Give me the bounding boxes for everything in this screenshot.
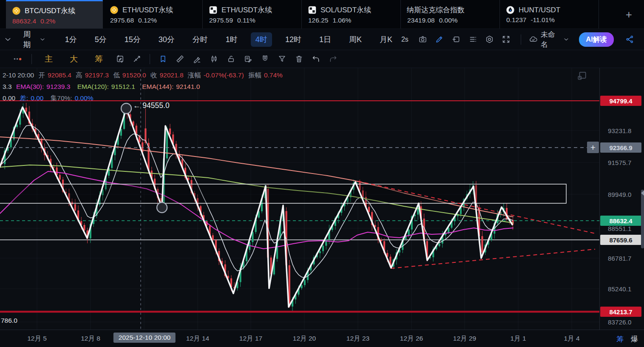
timeframe-buttons: 1分5分15分30分分时1时4时12时1日周K月K — [56, 32, 401, 47]
price-axis-label: 88551.1 — [600, 225, 644, 232]
time-axis[interactable]: 12月 512月 812月 1412月 1712月 2012月 2312月 26… — [0, 330, 644, 347]
symbol-name: BTC/USDT永续 — [25, 6, 75, 16]
unlock-drawings-icon[interactable] — [222, 53, 239, 65]
zigzag-anchor-marker[interactable] — [157, 202, 167, 213]
bookmark-tool-icon[interactable] — [154, 53, 171, 65]
price-chart: ← 94555.0786.0 — [0, 68, 599, 330]
crosshair-handle[interactable]: + — [587, 142, 599, 153]
time-axis-tick: 12月 17 — [239, 334, 262, 343]
delete-drawings-icon[interactable] — [290, 53, 307, 65]
left-edge-price-label: 786.0 — [1, 317, 17, 324]
drawing-toolbar: 主 大 筹 — [0, 50, 644, 68]
large-chart-tab[interactable]: 大 — [66, 53, 81, 65]
time-axis-tick: 12月 14 — [186, 334, 209, 343]
tab-btc-usdt-perp[interactable]: BTC/USDT永续88632.40.2% — [6, 0, 103, 28]
undo-icon[interactable] — [307, 53, 324, 65]
cloud-save-icon — [529, 33, 538, 46]
popout-window-icon[interactable] — [576, 70, 587, 81]
time-axis-tick: 1月 1 — [510, 334, 526, 343]
symbol-name: 纳斯达克综合指数 — [407, 5, 465, 15]
timeframe-1分[interactable]: 1分 — [60, 32, 82, 47]
price-value: 126.25 — [308, 17, 328, 24]
filter-funnel-icon[interactable] — [273, 53, 290, 65]
timeframe-月K[interactable]: 月K — [375, 32, 397, 47]
tab-hunt-usdt[interactable]: HUNT/USDT0.1237-11.01% — [500, 0, 599, 28]
magnet-tool-icon[interactable] — [256, 53, 273, 65]
tab-title: HUNT/USDT — [506, 6, 593, 14]
pane-dots-icon[interactable] — [8, 53, 27, 65]
timeframe-12时[interactable]: 12时 — [281, 32, 306, 47]
share-icon[interactable] — [623, 33, 636, 46]
timeframe-bar: 周期 1分5分15分30分分时1时4时12时1日周K月K 2s 未命名 AI解读 — [0, 29, 644, 50]
note-tool-icon[interactable] — [239, 53, 256, 65]
candlesticks — [1, 103, 514, 311]
tab-sol-usdt-perp[interactable]: SOL/USDT永续126.251.06% — [302, 0, 401, 28]
fullscreen-icon[interactable] — [499, 33, 513, 46]
time-axis-tick: 1月 4 — [564, 334, 579, 343]
symbol-tab-bar: BTC/USDT永续88632.40.2%ETH/USDT永续2975.680.… — [0, 0, 644, 29]
selected-bar-time-badge: 2025-12-10 20:00 — [113, 333, 176, 343]
measure-ruler-icon[interactable] — [171, 53, 188, 65]
zigzag-drawing[interactable] — [0, 107, 512, 307]
collapse-chevron-icon[interactable] — [1, 33, 14, 46]
resistance-box[interactable] — [0, 184, 566, 203]
settings-hexagon-icon[interactable] — [483, 33, 496, 46]
tab-eth-usdt-perp-binance[interactable]: ETH/USDT永续2975.680.12% — [104, 0, 203, 28]
draw-edit-icon[interactable] — [433, 33, 446, 46]
price-annotation[interactable]: ← 94555.0 — [133, 101, 170, 110]
timeframe-周K[interactable]: 周K — [344, 32, 366, 47]
price-value: 88632.4 — [12, 17, 36, 25]
ai-analysis-button[interactable]: AI解读 — [579, 32, 614, 47]
tab-eth-usdt-perp-okx[interactable]: ETH/USDT永续2975.590.11% — [203, 0, 302, 28]
ema144-line — [0, 137, 513, 217]
price-value: 2975.68 — [110, 17, 134, 24]
indicator-list-icon[interactable] — [466, 33, 479, 46]
price-change: 0.00% — [439, 17, 458, 24]
trend-line-tool-icon[interactable] — [128, 53, 145, 65]
timeframe-1日[interactable]: 1日 — [315, 32, 336, 47]
axis-scrollbar[interactable] — [641, 190, 644, 248]
chips-distribution-tab[interactable]: 筹 — [91, 53, 106, 65]
timeframe-分时[interactable]: 分时 — [188, 32, 213, 47]
divider — [521, 34, 521, 45]
time-axis-tick: 12月 8 — [81, 334, 100, 343]
period-dropdown[interactable]: 周期 — [23, 29, 45, 50]
price-change: 0.2% — [40, 17, 55, 25]
timeframe-1时[interactable]: 1时 — [221, 32, 242, 47]
price-axis[interactable]: 94799.493231.892366.991575.789949.088551… — [599, 68, 644, 330]
pen-tool-icon[interactable] — [188, 53, 205, 65]
wedge-lower-dashed-line[interactable] — [391, 249, 595, 268]
timeframe-30分[interactable]: 30分 — [154, 32, 179, 47]
symbol-price: 23419.080.00% — [407, 17, 494, 24]
layout-name-label: 未命名 — [541, 30, 560, 49]
layout-selector[interactable]: 未命名 — [529, 30, 570, 49]
timeframe-5分[interactable]: 5分 — [90, 32, 111, 47]
price-axis-label: 87659.6 — [600, 235, 641, 245]
price-axis-label: 91575.7 — [600, 159, 644, 166]
divider — [150, 54, 150, 64]
timeframe-4时[interactable]: 4时 — [251, 32, 272, 47]
switch-chart-icon[interactable] — [111, 53, 128, 65]
main-chart-tab[interactable]: 主 — [41, 53, 56, 65]
candle-pattern-icon[interactable] — [205, 53, 222, 65]
symbol-price: 2975.590.11% — [209, 17, 296, 24]
chart-actions: 2s 未命名 AI解读 — [401, 30, 636, 49]
symbol-price: 88632.40.2% — [12, 17, 98, 25]
binance-exchange-icon — [12, 6, 21, 15]
chart-canvas[interactable]: ← 94555.0786.0 2-10 20:00 开92085.4 高9219… — [0, 68, 599, 330]
price-value: 23419.08 — [407, 17, 435, 24]
axis-toggle-爆[interactable]: 爆 — [631, 334, 638, 344]
screenshot-camera-icon[interactable] — [416, 33, 429, 46]
add-symbol-button[interactable]: + — [626, 9, 632, 20]
add-pane-icon[interactable] — [449, 33, 462, 46]
axis-toggle-筹[interactable]: 筹 — [616, 334, 624, 344]
tab-nasdaq-index[interactable]: 纳斯达克综合指数23419.080.00% — [401, 0, 500, 28]
timeframe-15分[interactable]: 15分 — [120, 32, 145, 47]
redo-icon[interactable] — [324, 53, 341, 65]
chart-main: ← 94555.0786.0 2-10 20:00 开92085.4 高9219… — [0, 68, 644, 330]
zigzag-anchor-marker[interactable] — [121, 103, 131, 114]
symbol-tabs: BTC/USDT永续88632.40.2%ETH/USDT永续2975.680.… — [0, 0, 599, 28]
price-axis-label: 89949.0 — [600, 191, 644, 198]
refresh-speed[interactable]: 2s — [401, 36, 409, 43]
price-axis-label: 88632.4 — [600, 216, 641, 226]
